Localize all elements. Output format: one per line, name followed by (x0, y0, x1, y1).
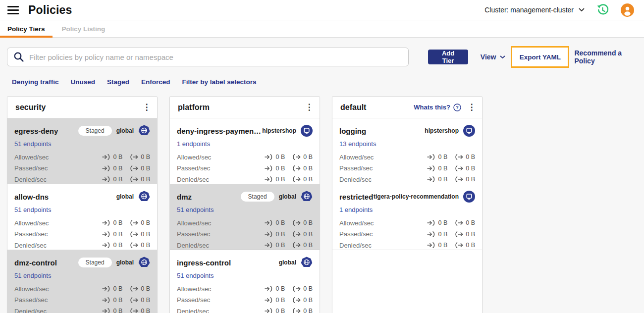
policy-card[interactable]: dmz-controlStagedglobal51 endpointsAllow… (7, 250, 157, 313)
cluster-selector-label: Cluster: management-cluster (484, 6, 574, 14)
search-input[interactable] (29, 53, 402, 61)
recommend-policy-button[interactable]: Recommend a Policy (574, 49, 644, 65)
policy-search[interactable] (7, 48, 409, 66)
tab-bar: Policy Tiers Policy Listing (0, 20, 644, 38)
ingress-arrow-icon (427, 165, 435, 171)
metric-row: Denied/sec0 B0 B (14, 174, 150, 185)
cluster-selector[interactable]: Cluster: management-cluster (484, 6, 585, 14)
metric-row: Passed/sec0 B0 B (339, 163, 475, 174)
ingress-arrow-icon (102, 231, 110, 237)
egress-arrow-icon (130, 220, 138, 226)
policy-card[interactable]: ingress-controlglobal51 endpointsAllowed… (170, 250, 320, 313)
ingress-arrow-icon (265, 242, 273, 248)
metric-label: Allowed/sec (14, 219, 49, 227)
egress-arrow-icon (292, 297, 301, 303)
metric-label: Passed/sec (14, 164, 48, 172)
tier-name: default (340, 103, 366, 112)
ingress-value: 0 B (275, 308, 285, 313)
ingress-metric: 0 B (265, 165, 285, 172)
history-icon[interactable] (596, 3, 609, 17)
policy-namespace-label: hipstershop (425, 127, 459, 134)
endpoints-link[interactable]: 1 endpoints (177, 139, 313, 149)
policy-card[interactable]: dmzStagedglobal51 endpointsAllowed/sec0 … (170, 184, 320, 250)
metric-label: Allowed/sec (14, 285, 49, 293)
endpoints-link[interactable]: 51 endpoints (177, 270, 313, 281)
policy-card-meta: global (279, 257, 313, 268)
ingress-value: 0 B (275, 176, 285, 183)
ingress-value: 0 B (275, 231, 285, 238)
egress-value: 0 B (141, 285, 150, 292)
filter-enforced[interactable]: Enforced (141, 78, 170, 86)
policy-card-meta: hipstershop (262, 125, 313, 137)
metric-row: Allowed/sec0 B0 B (177, 152, 313, 163)
ingress-value: 0 B (113, 154, 122, 160)
ingress-arrow-icon (265, 176, 273, 182)
endpoints-link[interactable]: 1 endpoints (339, 205, 475, 215)
ingress-metric: 0 B (427, 219, 447, 226)
ingress-metric: 0 B (102, 308, 122, 313)
filter-staged[interactable]: Staged (107, 78, 129, 86)
egress-metric: 0 B (455, 154, 475, 160)
ingress-metric: 0 B (427, 165, 447, 172)
user-avatar[interactable] (621, 3, 634, 17)
whats-this-link[interactable]: Whats this?? (414, 104, 461, 111)
tab-policy-tiers[interactable]: Policy Tiers (0, 20, 53, 37)
add-tier-button[interactable]: Add Tier (428, 50, 468, 64)
metric-label: Allowed/sec (177, 219, 211, 227)
staged-badge: Staged (78, 258, 112, 267)
quick-filters: Denying traffic Unused Staged Enforced F… (12, 78, 644, 86)
egress-arrow-icon (292, 242, 301, 248)
policy-card[interactable]: restrictedtigera-policy-recommendation1 … (332, 184, 482, 250)
metric-label: Passed/sec (177, 230, 210, 238)
policy-namespace-label: global (279, 193, 296, 200)
egress-arrow-icon (130, 297, 138, 303)
tab-policy-listing[interactable]: Policy Listing (54, 20, 113, 37)
question-circle-icon: ? (453, 104, 461, 111)
global-policy-icon (138, 257, 150, 268)
endpoints-link[interactable]: 51 endpoints (177, 205, 313, 215)
ingress-metric: 0 B (427, 242, 447, 249)
metric-row: Allowed/sec0 B0 B (339, 217, 475, 229)
policy-name: egress-deny (14, 127, 58, 135)
ingress-arrow-icon (427, 220, 435, 226)
ingress-arrow-icon (102, 165, 110, 171)
egress-arrow-icon (292, 176, 301, 182)
ingress-arrow-icon (102, 308, 110, 313)
ingress-arrow-icon (427, 154, 435, 160)
policy-card[interactable]: logginghipstershop13 endpointsAllowed/se… (332, 118, 482, 184)
filter-by-label-selectors[interactable]: Filter by label selectors (182, 78, 257, 86)
filter-unused[interactable]: Unused (71, 78, 96, 86)
metric-values: 0 B0 B (427, 242, 475, 249)
export-yaml-button[interactable]: Export YAML (512, 48, 568, 66)
policy-name: dmz-control (14, 259, 57, 267)
policy-namespace-label: global (116, 259, 134, 266)
view-dropdown[interactable]: View (481, 53, 506, 61)
tier-menu-kebab-icon[interactable]: ⋮ (140, 101, 153, 114)
ingress-metric: 0 B (265, 176, 285, 183)
ingress-arrow-icon (102, 154, 110, 160)
metric-row: Allowed/sec0 B0 B (339, 152, 475, 163)
egress-value: 0 B (141, 219, 150, 226)
ingress-value: 0 B (275, 297, 285, 304)
hamburger-menu-icon[interactable] (7, 6, 19, 14)
policy-card-header: dmzStagedglobal (177, 190, 313, 203)
endpoints-link[interactable]: 51 endpoints (14, 270, 150, 281)
endpoints-link[interactable]: 51 endpoints (14, 205, 150, 215)
policy-card-meta: Stagedglobal (241, 191, 313, 203)
policy-card[interactable]: egress-denyStagedglobal51 endpointsAllow… (7, 118, 157, 184)
metric-values: 0 B0 B (102, 165, 150, 172)
tier-menu-kebab-icon[interactable]: ⋮ (465, 101, 478, 114)
metric-row: Allowed/sec0 B0 B (177, 217, 313, 229)
ingress-arrow-icon (265, 165, 273, 171)
policy-metrics: Allowed/sec0 B0 BPassed/sec0 B0 BDenied/… (177, 217, 313, 251)
endpoints-link[interactable]: 51 endpoints (14, 139, 150, 149)
endpoints-link[interactable]: 13 endpoints (339, 139, 475, 149)
tier-menu-kebab-icon[interactable]: ⋮ (303, 101, 316, 114)
egress-arrow-icon (292, 220, 301, 226)
policy-card[interactable]: deny-ingress-paymentservi…hipstershop1 e… (170, 118, 320, 184)
policy-card[interactable]: allow-dnsglobal51 endpointsAllowed/sec0 … (7, 184, 157, 250)
filter-denying-traffic[interactable]: Denying traffic (12, 78, 59, 86)
tier-header-actions: ⋮ (303, 101, 316, 114)
ingress-value: 0 B (113, 165, 122, 172)
policy-card-header: allow-dnsglobal (14, 190, 150, 203)
